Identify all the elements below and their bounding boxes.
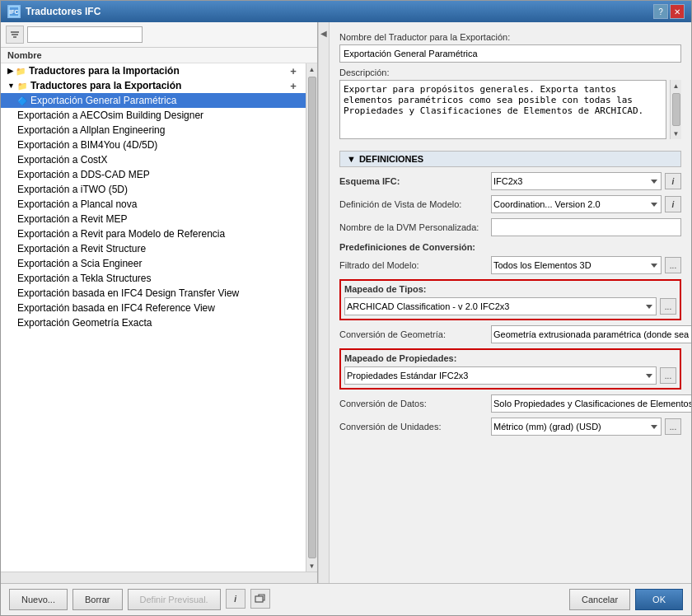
import-group-label: Traductores para la Importación <box>29 65 180 77</box>
revit-struct-label: Exportación a Revit Structure <box>17 243 146 254</box>
type-mapping-row: Mapeado de Tipos: <box>344 284 676 294</box>
tree-item-revit-ref[interactable]: Exportación a Revit para Modelo de Refer… <box>1 226 306 241</box>
schema-dropdown[interactable]: IFC2x3 <box>491 172 662 190</box>
new-button[interactable]: Nuevo... <box>9 589 68 610</box>
units-conversion-label: Conversión de Unidades: <box>339 422 488 432</box>
svg-text:IFC: IFC <box>9 9 18 15</box>
dds-label: Exportación a DDS-CAD MEP <box>17 169 150 180</box>
tree-item-scia[interactable]: Exportación a Scia Engineer <box>1 256 306 271</box>
bottom-info-button[interactable]: i <box>226 589 245 609</box>
scroll-down-arrow[interactable]: ▼ <box>306 560 318 572</box>
tree-item-bim4you[interactable]: Exportación a BIM4You (4D/5D) <box>1 138 306 152</box>
geometry-conversion-label: Conversión de Geometría: <box>339 329 488 339</box>
cancel-button[interactable]: Cancelar <box>569 589 630 610</box>
close-button[interactable]: ✕ <box>670 4 685 19</box>
type-mapping-dropdown-row: ARCHICAD Classification - v 2.0 IFC2x3 .… <box>344 297 676 315</box>
tree-item-plancal[interactable]: Exportación a Plancal nova <box>1 197 306 212</box>
type-mapping-dropdown[interactable]: ARCHICAD Classification - v 2.0 IFC2x3 <box>344 297 657 315</box>
ok-button[interactable]: OK <box>635 589 683 610</box>
tree-item-dds[interactable]: Exportación a DDS-CAD MEP <box>1 167 306 182</box>
property-mapping-row: Mapeado de Propiedades: <box>344 353 676 363</box>
aecosim-label: Exportación a AECOsim Building Designer <box>17 110 203 121</box>
geometry-conversion-dropdown[interactable]: Geometría extrusionada paramétrica (dond… <box>491 325 691 343</box>
tree-item-aecosim[interactable]: Exportación a AECOsim Building Designer <box>1 108 306 123</box>
units-conversion-more-button[interactable]: ... <box>665 418 681 435</box>
ifc4-ref-label: Exportación basada en IFC4 Reference Vie… <box>17 302 215 314</box>
define-preview-button[interactable]: Definir Previsual. <box>128 589 221 610</box>
type-mapping-more-button[interactable]: ... <box>660 298 676 315</box>
tree-item-export-group[interactable]: ▼ 📁 Traductores para la Exportación + <box>1 78 306 93</box>
scroll-thumb[interactable] <box>308 77 316 558</box>
tree-item-geom[interactable]: Exportación Geometría Exacta <box>1 315 306 330</box>
section-collapse-arrow[interactable]: ▼ <box>347 154 356 164</box>
folder-icon-export: 📁 <box>17 82 27 91</box>
tekla-label: Exportación a Tekla Structures <box>17 273 152 284</box>
definitions-header-label: DEFINICIONES <box>359 154 423 164</box>
ifc-item-icon: 🔷 <box>17 96 27 105</box>
desc-scrollbar[interactable]: ▲ ▼ <box>670 80 681 139</box>
schema-info-button[interactable]: i <box>665 173 681 189</box>
divider-arrow: ◀ <box>320 29 327 38</box>
desc-scroll-thumb[interactable] <box>672 93 680 126</box>
revit-mep-label: Exportación a Revit MEP <box>17 213 127 225</box>
left-bottom-scrollbar[interactable] <box>1 572 317 583</box>
scia-label: Exportación a Scia Engineer <box>17 258 142 269</box>
scroll-up-arrow[interactable]: ▲ <box>306 63 318 75</box>
tree-item-ifc4-design[interactable]: Exportación basada en IFC4 Design Transf… <box>1 286 306 301</box>
tree-panel-inner: ▶ 📁 Traductores para la Importación + ▼ … <box>1 63 317 583</box>
description-textarea[interactable]: Exportar para propósitos generales. Expo… <box>339 80 666 139</box>
type-mapping-label: Mapeado de Tipos: <box>344 284 493 294</box>
add-import-button[interactable]: + <box>288 65 299 77</box>
tree-list[interactable]: ▶ 📁 Traductores para la Importación + ▼ … <box>1 63 306 572</box>
tree-item-itwo[interactable]: Exportación a iTWO (5D) <box>1 182 306 197</box>
tree-item-costx[interactable]: Exportación a CostX <box>1 152 306 167</box>
conversion-presets-label: Predefiniciones de Conversión: <box>339 242 475 252</box>
help-button[interactable]: ? <box>653 4 668 19</box>
tree-item-import-group[interactable]: ▶ 📁 Traductores para la Importación + <box>1 63 306 78</box>
property-mapping-more-button[interactable]: ... <box>660 367 676 384</box>
tree-column-header: Nombre <box>1 48 317 63</box>
filter-button[interactable] <box>6 26 24 44</box>
left-panel: Nombre ▶ 📁 Traductores para la Importaci… <box>1 22 318 583</box>
model-filter-row: Filtrado del Modelo: Todos los Elementos… <box>339 256 681 274</box>
main-window: IFC Traductores IFC ? ✕ <box>0 0 692 616</box>
translator-name-input[interactable] <box>339 44 681 63</box>
tree-item-tekla[interactable]: Exportación a Tekla Structures <box>1 271 306 286</box>
model-filter-dropdown[interactable]: Todos los Elementos 3D <box>491 256 662 274</box>
content-area: Nombre ▶ 📁 Traductores para la Importaci… <box>1 22 691 583</box>
search-input[interactable] <box>27 26 143 43</box>
desc-scroll-down[interactable]: ▼ <box>671 128 682 139</box>
left-toolbar <box>1 22 317 48</box>
custom-dvm-input[interactable] <box>491 218 681 236</box>
tree-item-revit-struct[interactable]: Exportación a Revit Structure <box>1 241 306 256</box>
expand-arrow-import: ▶ <box>7 67 13 75</box>
property-mapping-dropdown[interactable]: Propiedades Estándar IFC2x3 <box>344 366 657 385</box>
model-view-label: Definición de Vista de Modelo: <box>339 199 488 209</box>
delete-button[interactable]: Borrar <box>72 589 123 610</box>
tree-item-ifc4-ref[interactable]: Exportación basada en IFC4 Reference Vie… <box>1 301 306 315</box>
model-view-info-button[interactable]: i <box>665 196 681 212</box>
geom-label: Exportación Geometría Exacta <box>17 317 152 329</box>
bottom-export-button[interactable] <box>250 589 270 609</box>
titlebar-controls: ? ✕ <box>653 4 685 19</box>
units-conversion-dropdown[interactable]: Métrico (mm) (grad) (USD) <box>491 418 662 436</box>
costx-label: Exportación a CostX <box>17 154 107 166</box>
schema-row: Esquema IFC: IFC2x3 i <box>339 172 681 190</box>
custom-dvm-label: Nombre de la DVM Personalizada: <box>339 222 488 232</box>
model-filter-more-button[interactable]: ... <box>665 257 681 273</box>
schema-label: Esquema IFC: <box>339 176 488 186</box>
add-export-button[interactable]: + <box>288 80 299 91</box>
tree-item-allplan[interactable]: Exportación a Allplan Engineering <box>1 123 306 138</box>
bottom-right-buttons: Cancelar OK <box>569 589 683 610</box>
export-general-label: Exportación General Paramétrica <box>30 95 176 106</box>
data-conversion-dropdown[interactable]: Solo Propiedades y Clasificaciones de El… <box>491 394 691 413</box>
titlebar: IFC Traductores IFC ? ✕ <box>1 1 691 22</box>
tree-item-export-general[interactable]: 🔷 Exportación General Paramétrica <box>1 93 306 108</box>
model-view-dropdown[interactable]: Coordination... Version 2.0 <box>491 195 662 213</box>
ifc4-design-label: Exportación basada en IFC4 Design Transf… <box>17 287 239 299</box>
folder-icon-import: 📁 <box>16 67 26 76</box>
desc-scroll-up[interactable]: ▲ <box>671 80 682 91</box>
tree-item-revit-mep[interactable]: Exportación a Revit MEP <box>1 212 306 226</box>
geometry-conversion-row: Conversión de Geometría: Geometría extru… <box>339 325 681 343</box>
left-scrollbar[interactable]: ▲ ▼ <box>306 63 317 572</box>
